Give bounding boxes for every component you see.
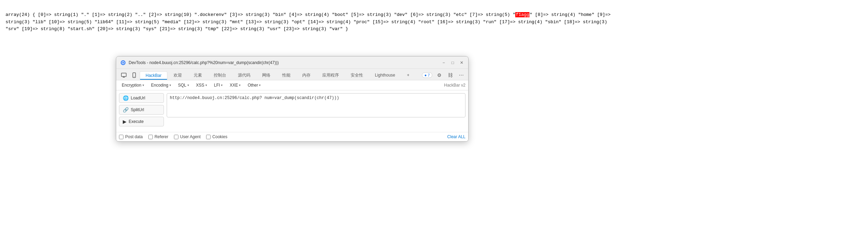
title-bar-left: DevTools - node4.buuoj.cn:25296/calc.php… — [120, 60, 279, 65]
load-url-icon: 🌐 — [123, 95, 129, 101]
lfi-arrow: ▾ — [221, 83, 223, 87]
browser-tab-bar: HackBar 欢迎 元素 控制台 源代码 网络 性能 内存 应用程序 安全性 — [116, 69, 468, 80]
svg-point-7 — [134, 77, 135, 77]
sql-dropdown[interactable]: SQL ▾ — [175, 82, 192, 89]
svg-rect-3 — [121, 73, 126, 77]
more-icon[interactable]: ⋯ — [457, 71, 465, 79]
options-bar: Post data Referer User Agent Cookies Cle… — [116, 132, 468, 141]
tab-memory[interactable]: 内存 — [297, 71, 316, 80]
code-line1: array(24) { [0]=> string(1) "." [1]=> st… — [6, 12, 611, 17]
code-line2: string(3) "lib" [10]=> string(5) "lib64"… — [6, 19, 607, 25]
tab-elements[interactable]: 元素 — [188, 71, 207, 80]
tab-right-controls: ● 7 ⚙ ⛓ ⋯ — [422, 71, 465, 79]
maximize-btn[interactable]: □ — [450, 60, 455, 65]
tab-application[interactable]: 应用程序 — [317, 71, 344, 80]
screen-icon — [121, 72, 127, 78]
xss-arrow: ▾ — [205, 83, 207, 87]
close-btn[interactable]: ✕ — [459, 60, 464, 65]
flag-highlight: f1agg — [515, 12, 529, 17]
lfi-dropdown[interactable]: LFI ▾ — [211, 82, 225, 89]
code-line3: "srv" [19]=> string(8) "start.sh" [20]=>… — [6, 26, 348, 32]
post-data-checkbox-label[interactable]: Post data — [119, 134, 143, 139]
title-bar-controls: − □ ✕ — [441, 60, 464, 65]
right-panel — [167, 93, 465, 129]
referer-checkbox[interactable] — [148, 135, 153, 139]
url-input[interactable] — [167, 93, 465, 117]
tab-lighthouse[interactable]: Lighthouse — [369, 71, 401, 79]
split-url-icon: 🔗 — [123, 107, 129, 113]
tab-hackbar[interactable]: HackBar — [140, 71, 167, 79]
hackbar-toolbar: Encryption ▾ Encoding ▾ SQL ▾ XSS ▾ LFI … — [116, 80, 468, 90]
settings-icon[interactable]: ⚙ — [435, 71, 443, 79]
cookies-checkbox-label[interactable]: Cookies — [206, 134, 227, 139]
title-bar: DevTools - node4.buuoj.cn:25296/calc.php… — [116, 56, 468, 69]
clear-all-button[interactable]: Clear ALL — [447, 134, 465, 139]
encoding-arrow: ▾ — [169, 83, 171, 87]
load-url-button[interactable]: 🌐 LoadUrl — [119, 93, 164, 103]
post-data-checkbox[interactable] — [119, 135, 123, 139]
notification-badge: ● 7 — [422, 72, 432, 78]
xxe-dropdown[interactable]: XXE ▾ — [227, 82, 243, 89]
devtools-icon1[interactable] — [119, 70, 129, 80]
referer-checkbox-label[interactable]: Referer — [148, 134, 168, 139]
execute-button[interactable]: ▶ Execute — [119, 117, 164, 126]
code-output: array(24) { [0]=> string(1) "." [1]=> st… — [0, 0, 868, 37]
xxe-arrow: ▾ — [239, 83, 241, 87]
other-arrow: ▾ — [259, 83, 261, 87]
devtools-icon2[interactable] — [129, 70, 139, 80]
cookies-checkbox[interactable] — [206, 135, 211, 139]
tab-security[interactable]: 安全性 — [345, 71, 369, 80]
dock-icon[interactable]: ⛓ — [446, 71, 454, 79]
xss-dropdown[interactable]: XSS ▾ — [193, 82, 210, 89]
tab-welcome[interactable]: 欢迎 — [168, 71, 187, 80]
devtools-window: DevTools - node4.buuoj.cn:25296/calc.php… — [116, 56, 469, 142]
browser-icon — [120, 60, 126, 65]
svg-point-2 — [122, 62, 124, 63]
title-bar-title: DevTools - node4.buuoj.cn:25296/calc.php… — [129, 60, 279, 65]
split-url-button[interactable]: 🔗 SplitUrl — [119, 105, 164, 115]
user-agent-checkbox-label[interactable]: User Agent — [174, 134, 201, 139]
execute-icon: ▶ — [123, 119, 127, 124]
tab-console[interactable]: 控制台 — [208, 71, 232, 80]
encryption-dropdown[interactable]: Encryption ▾ — [119, 82, 147, 89]
encryption-arrow: ▾ — [142, 83, 144, 87]
phone-icon — [131, 72, 137, 78]
hackbar-content: 🌐 LoadUrl 🔗 SplitUrl ▶ Execute — [116, 90, 468, 132]
minimize-btn[interactable]: − — [441, 60, 446, 65]
tab-performance[interactable]: 性能 — [277, 71, 296, 80]
tab-network[interactable]: 网络 — [257, 71, 276, 80]
hackbar-version-label: HackBar v2 — [444, 83, 465, 88]
encoding-dropdown[interactable]: Encoding ▾ — [148, 82, 174, 89]
tab-add[interactable]: + — [401, 71, 415, 79]
tab-sources[interactable]: 源代码 — [232, 71, 256, 80]
user-agent-checkbox[interactable] — [174, 135, 178, 139]
sql-arrow: ▾ — [187, 83, 189, 87]
left-panel: 🌐 LoadUrl 🔗 SplitUrl ▶ Execute — [119, 93, 164, 129]
other-dropdown[interactable]: Other ▾ — [245, 82, 264, 89]
